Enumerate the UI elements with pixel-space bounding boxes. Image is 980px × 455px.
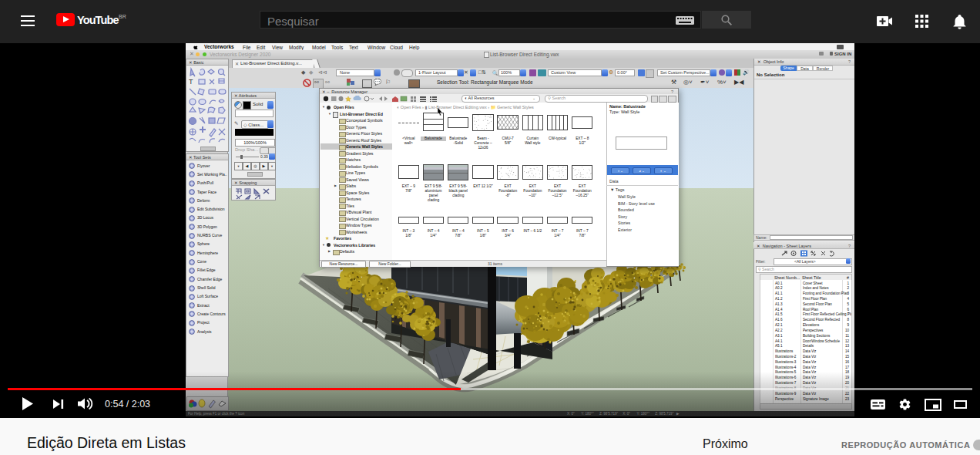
svg-text:T: T xyxy=(189,78,193,86)
